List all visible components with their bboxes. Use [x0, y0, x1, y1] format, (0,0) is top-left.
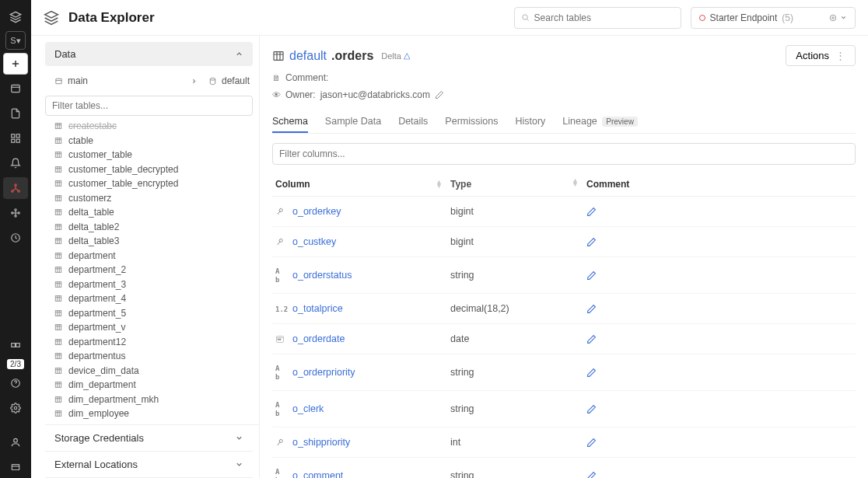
svg-rect-29: [55, 195, 61, 201]
table-item[interactable]: device_dim_data: [45, 364, 256, 379]
edit-comment-icon[interactable]: [586, 334, 852, 344]
history-icon[interactable]: [3, 227, 28, 249]
table-icon: [54, 281, 64, 288]
column-name[interactable]: o_comment: [292, 470, 343, 478]
storage-credentials-section[interactable]: Storage Credentials: [45, 425, 253, 452]
table-item[interactable]: customer_table_encrypted: [45, 176, 256, 191]
table-icon: [54, 367, 64, 375]
table-item[interactable]: dim_department_mkh: [45, 393, 256, 407]
svg-rect-52: [278, 339, 279, 340]
endpoint-status-icon: [699, 15, 705, 21]
table-item[interactable]: dim_employee: [45, 406, 256, 421]
table-item[interactable]: department12: [45, 335, 256, 350]
column-row: 1.2o_totalpricedecimal(18,2): [272, 294, 856, 324]
table-item[interactable]: delta_table3: [45, 234, 256, 249]
table-item[interactable]: department_2: [45, 263, 256, 277]
table-item-label: customerz: [68, 192, 111, 205]
column-name[interactable]: o_clerk: [292, 403, 324, 414]
edit-comment-icon[interactable]: [586, 438, 852, 448]
table-item[interactable]: delta_table2: [45, 220, 256, 235]
svg-rect-35: [55, 281, 61, 287]
edit-comment-icon[interactable]: [586, 270, 852, 281]
table-list[interactable]: createstabcctablecustomer_tablecustomer_…: [45, 119, 259, 424]
table-item[interactable]: department_v: [45, 320, 256, 335]
data-section-label: Data: [54, 48, 75, 60]
edit-comment-icon[interactable]: [586, 237, 852, 247]
column-name[interactable]: o_orderstatus: [292, 270, 352, 281]
column-name[interactable]: o_orderkey: [292, 206, 341, 217]
search-input[interactable]: [534, 12, 674, 23]
help-icon[interactable]: [3, 372, 28, 394]
table-item[interactable]: dim_department: [45, 378, 256, 393]
svg-rect-2: [16, 134, 19, 138]
table-item[interactable]: customer_table: [45, 148, 256, 162]
sort-icon[interactable]: ▲▼: [572, 179, 579, 190]
dashboards-icon[interactable]: [3, 127, 28, 149]
tab-details[interactable]: Details: [398, 111, 428, 133]
table-item[interactable]: ext_delta_adult: [45, 421, 256, 425]
search-box[interactable]: [514, 7, 681, 29]
svg-rect-0: [12, 85, 20, 92]
header-type[interactable]: Type: [450, 179, 471, 190]
table-item[interactable]: customerz: [45, 191, 256, 206]
table-item[interactable]: departmentus: [45, 349, 256, 364]
datatype-icon: 1.2: [275, 305, 286, 313]
column-name[interactable]: o_totalprice: [292, 303, 343, 314]
table-item[interactable]: customer_table_decrypted: [45, 162, 256, 177]
chevron-down-icon: [235, 460, 243, 469]
table-item[interactable]: department: [45, 249, 256, 263]
svg-point-9: [12, 212, 13, 214]
tab-permissions[interactable]: Permissions: [445, 111, 498, 133]
actions-button[interactable]: Actions ⋮: [786, 45, 856, 66]
logo-icon[interactable]: [3, 6, 28, 28]
column-row: A bo_orderstatusstring: [272, 257, 856, 294]
table-item-label: customer_table_decrypted: [68, 163, 178, 176]
tab-history[interactable]: History: [515, 111, 545, 133]
filter-columns-input[interactable]: [272, 143, 856, 165]
column-type: decimal(18,2): [450, 303, 586, 314]
table-item[interactable]: department_3: [45, 277, 256, 292]
filter-tables-input[interactable]: [45, 96, 253, 116]
table-item[interactable]: ctable: [45, 134, 256, 148]
data-section-header[interactable]: Data: [45, 42, 253, 66]
tab-lineage[interactable]: Lineage Preview: [562, 111, 638, 133]
edit-comment-icon[interactable]: [586, 404, 852, 414]
menu-icon[interactable]: [3, 456, 28, 478]
column-name[interactable]: o_orderdate: [292, 333, 345, 344]
endpoint-selector[interactable]: Starter Endpoint (5): [691, 7, 856, 29]
user-icon[interactable]: [3, 431, 28, 453]
sidebar: Data main default createstabcctablecusto…: [31, 36, 260, 478]
data-icon[interactable]: [3, 177, 28, 199]
tab-schema[interactable]: Schema: [272, 111, 308, 133]
table-item[interactable]: department_4: [45, 291, 256, 306]
editor-icon[interactable]: [3, 78, 28, 99]
edit-comment-icon[interactable]: [586, 471, 852, 479]
external-locations-section[interactable]: External Locations: [45, 452, 253, 478]
sql-icon[interactable]: S▾: [5, 31, 26, 50]
alerts-icon[interactable]: [3, 152, 28, 174]
tabs: Schema Sample Data Details Permissions H…: [272, 111, 856, 134]
table-item[interactable]: department_5: [45, 306, 256, 321]
settings-icon[interactable]: [3, 397, 28, 419]
edit-comment-icon[interactable]: [586, 207, 852, 217]
compute-icon[interactable]: [3, 202, 28, 224]
column-name[interactable]: o_shippriority: [292, 437, 350, 448]
header-column[interactable]: Column: [275, 179, 310, 190]
edit-comment-icon[interactable]: [586, 304, 852, 314]
create-icon[interactable]: [3, 53, 28, 75]
column-name[interactable]: o_custkey: [292, 236, 336, 247]
edit-owner-icon[interactable]: [435, 90, 444, 99]
table-item[interactable]: createstabc: [45, 119, 256, 134]
header-comment[interactable]: Comment: [586, 179, 629, 190]
queries-icon[interactable]: [3, 103, 28, 124]
table-item[interactable]: delta_table: [45, 205, 256, 220]
detail-panel: default.orders Delta △ Actions ⋮ 🗎 Com: [260, 36, 868, 478]
column-name[interactable]: o_orderpriority: [292, 367, 355, 378]
breadcrumb[interactable]: main default: [45, 71, 259, 91]
tab-sample-data[interactable]: Sample Data: [325, 111, 381, 133]
svg-point-16: [14, 406, 17, 410]
partners-icon[interactable]: [3, 334, 28, 356]
sort-icon[interactable]: ▲▼: [436, 180, 443, 188]
edit-comment-icon[interactable]: [586, 368, 852, 378]
table-item-label: delta_table: [68, 206, 114, 219]
